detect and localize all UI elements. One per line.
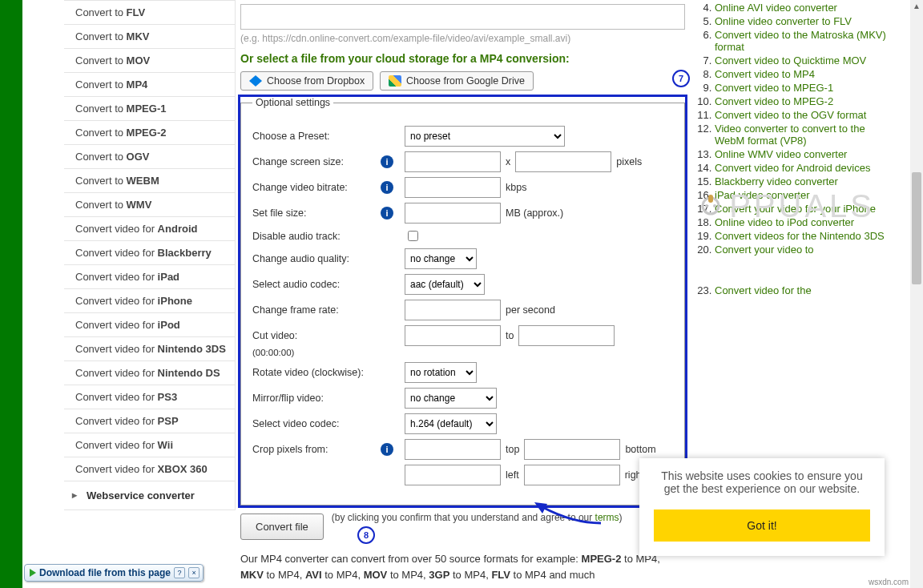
- sidebar-item[interactable]: Convert video for XBOX 360: [64, 457, 236, 481]
- unit-kbps: kbps: [506, 182, 526, 193]
- disable-audio-checkbox[interactable]: [408, 231, 418, 241]
- cookie-got-it-button[interactable]: Got it!: [654, 509, 870, 542]
- cut-to-separator: to: [506, 330, 514, 341]
- right-nav-item[interactable]: Blackberry video converter: [715, 175, 894, 187]
- label-audio-codec: Select audio codec:: [252, 279, 381, 290]
- sidebar-item[interactable]: Convert video for Blackberry: [64, 240, 236, 264]
- crop-top-input[interactable]: [405, 439, 501, 460]
- preset-select[interactable]: no preset: [405, 126, 565, 147]
- google-drive-icon: [389, 75, 401, 87]
- frame-rate-input[interactable]: [405, 300, 501, 320]
- sidebar-item[interactable]: Convert to MPEG-2: [64, 120, 236, 144]
- right-nav-item[interactable]: Convert video for Android devices: [715, 162, 894, 174]
- sidebar-item[interactable]: Convert video for PSP: [64, 409, 236, 433]
- right-nav-item[interactable]: Convert videos for the Nintendo 3DS: [715, 230, 894, 242]
- right-nav-item[interactable]: Convert your video for your iPhone: [715, 203, 894, 215]
- crop-right-input[interactable]: [524, 465, 620, 485]
- rotate-select[interactable]: no rotation: [405, 362, 477, 383]
- label-frame-rate: Change frame rate:: [252, 304, 381, 316]
- right-nav-item[interactable]: Convert your video to: [715, 244, 894, 256]
- sidebar-item[interactable]: Convert video for Android: [64, 216, 236, 240]
- sidebar-item[interactable]: Convert to WEBM: [64, 168, 236, 192]
- right-nav-item[interactable]: Convert video for the: [715, 284, 894, 296]
- label-crop: Crop pixels from:: [252, 444, 381, 455]
- right-nav-item[interactable]: Online video to iPod converter: [715, 216, 894, 228]
- right-nav-item[interactable]: Convert video to the OGV format: [715, 109, 894, 121]
- right-nav-item[interactable]: Online WMV video converter: [715, 148, 894, 160]
- sidebar-item[interactable]: Convert video for iPhone: [64, 288, 236, 312]
- right-nav-item[interactable]: iPad video converter: [715, 189, 894, 201]
- sidebar-item[interactable]: Convert to MKV: [64, 24, 236, 48]
- unit-left: left: [506, 469, 519, 481]
- sidebar-item[interactable]: Convert video for Nintendo 3DS: [64, 336, 236, 360]
- right-nav-item[interactable]: Convert video to the Matroska (MKV) form…: [715, 29, 894, 53]
- google-drive-button[interactable]: Choose from Google Drive: [380, 71, 534, 91]
- x-separator: x: [506, 156, 510, 167]
- page-scrollbar[interactable]: ▲: [910, 0, 923, 588]
- right-nav-item[interactable]: Online AVI video converter: [715, 2, 894, 14]
- video-codec-select[interactable]: h.264 (default): [405, 413, 497, 434]
- left-sidebar: Convert to FLVConvert to MKVConvert to M…: [64, 0, 236, 510]
- url-input[interactable]: [240, 4, 685, 30]
- url-hint: (e.g. https://cdn.online-convert.com/exa…: [240, 33, 685, 44]
- audio-quality-select[interactable]: no change: [405, 248, 477, 269]
- right-nav-item[interactable]: Convert video to MP4: [715, 68, 894, 80]
- info-icon[interactable]: i: [381, 155, 393, 168]
- google-drive-label: Choose from Google Drive: [406, 75, 525, 87]
- cookie-message: This website uses cookies to ensure you …: [654, 469, 870, 495]
- sidebar-item[interactable]: Convert to FLV: [64, 0, 236, 24]
- crop-bottom-input[interactable]: [524, 439, 620, 460]
- cut-to-input[interactable]: [518, 325, 615, 346]
- label-rotate: Rotate video (clockwise):: [252, 367, 381, 378]
- right-sidebar: Online AVI video converterOnline video c…: [694, 0, 894, 298]
- download-file-bar[interactable]: Download file from this page ? ×: [24, 564, 204, 582]
- cut-from-input[interactable]: [405, 325, 501, 346]
- label-cut-video: Cut video:: [252, 330, 381, 341]
- main-form: (e.g. https://cdn.online-convert.com/exa…: [240, 0, 685, 582]
- step-7-badge: 7: [672, 70, 690, 87]
- mirror-select[interactable]: no change: [405, 388, 497, 409]
- unit-mb: MB (approx.): [506, 207, 563, 219]
- info-icon[interactable]: i: [381, 207, 393, 219]
- right-nav-item[interactable]: Convert video to MPEG-2: [715, 95, 894, 107]
- dropbox-button[interactable]: Choose from Dropbox: [240, 71, 373, 91]
- sidebar-item[interactable]: Convert video for PS3: [64, 385, 236, 409]
- dropbox-icon: [249, 75, 262, 87]
- sidebar-item[interactable]: Convert video for iPod: [64, 312, 236, 336]
- sidebar-item[interactable]: Convert video for iPad: [64, 264, 236, 288]
- right-nav-item[interactable]: Convert video to MPEG-1: [715, 82, 894, 94]
- label-disable-audio: Disable audio track:: [252, 231, 381, 242]
- sidebar-item[interactable]: Convert to MOV: [64, 48, 236, 72]
- audio-codec-select[interactable]: aac (default): [405, 274, 485, 295]
- scrollbar-up-arrow[interactable]: ▲: [910, 2, 923, 10]
- info-icon[interactable]: i: [381, 181, 393, 194]
- optional-settings-legend: Optional settings: [252, 97, 333, 108]
- play-icon: [30, 569, 36, 577]
- help-icon[interactable]: ?: [174, 567, 185, 578]
- bitrate-input[interactable]: [405, 177, 501, 198]
- step-8-badge: 8: [357, 526, 375, 544]
- webservice-converter-header[interactable]: Webservice converter: [64, 481, 236, 510]
- download-bar-label: Download file from this page: [39, 567, 171, 578]
- right-nav-item[interactable]: Online video converter to FLV: [715, 15, 894, 27]
- filesize-input[interactable]: [405, 203, 501, 224]
- description-text: Our MP4 converter can convert from over …: [240, 551, 685, 582]
- convert-file-button[interactable]: Convert file: [240, 513, 324, 540]
- right-nav-item[interactable]: Convert video to Quicktime MOV: [715, 54, 894, 66]
- screen-height-input[interactable]: [515, 151, 611, 172]
- unit-top: top: [506, 444, 519, 455]
- scrollbar-thumb[interactable]: [912, 172, 921, 284]
- sidebar-item[interactable]: Convert to OGV: [64, 144, 236, 168]
- right-nav-item[interactable]: Video converter to convert to the WebM f…: [715, 123, 894, 147]
- screen-width-input[interactable]: [405, 151, 501, 172]
- label-video-codec: Select video codec:: [252, 418, 381, 429]
- info-icon[interactable]: i: [381, 443, 393, 456]
- cookie-notice: This website uses cookies to ensure you …: [639, 458, 885, 556]
- sidebar-item[interactable]: Convert to MP4: [64, 72, 236, 96]
- close-icon[interactable]: ×: [188, 567, 200, 578]
- sidebar-item[interactable]: Convert to MPEG-1: [64, 96, 236, 120]
- sidebar-item[interactable]: Convert video for Nintendo DS: [64, 360, 236, 385]
- sidebar-item[interactable]: Convert to WMV: [64, 192, 236, 216]
- sidebar-item[interactable]: Convert video for Wii: [64, 433, 236, 457]
- crop-left-input[interactable]: [405, 465, 501, 485]
